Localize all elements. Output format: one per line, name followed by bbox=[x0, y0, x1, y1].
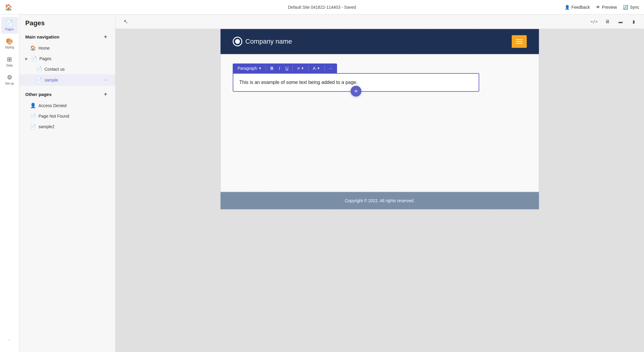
sample-nav-label: sample bbox=[44, 78, 58, 82]
home-icon[interactable]: 🏠 bbox=[5, 4, 12, 11]
feedback-icon: 👤 bbox=[565, 5, 570, 10]
canvas-toolbar: ↖ </> 🖥 ▬ ▮ bbox=[115, 14, 644, 29]
preview-icon: 👁 bbox=[596, 5, 600, 10]
feedback-button[interactable]: 👤 Feedback bbox=[565, 5, 590, 10]
contact-nav-icon: 📄 bbox=[36, 66, 42, 72]
sample2-icon: 📄 bbox=[30, 124, 36, 129]
access-denied-label: Access Denied bbox=[38, 103, 66, 108]
desktop-view-icon: 🖥 bbox=[605, 19, 610, 24]
more-icon: ··· bbox=[8, 338, 11, 342]
paragraph-selector[interactable]: Paragraph ▼ bbox=[235, 65, 264, 72]
pages-label: Pages bbox=[5, 28, 14, 31]
contact-nav-label: Contact us bbox=[44, 67, 65, 72]
nav-item-sample2[interactable]: 📄 sample2 bbox=[19, 121, 115, 132]
pages-nav-icon: 📄 bbox=[31, 56, 37, 61]
site-footer: Copyright © 2022. All rights reserved. bbox=[220, 192, 539, 209]
sample-more-button[interactable]: ··· bbox=[103, 77, 109, 83]
logo-circle-inner bbox=[235, 39, 240, 44]
other-pages-header: Other pages + bbox=[19, 88, 115, 100]
arrow-tool-button[interactable]: ↖ bbox=[120, 16, 131, 27]
sync-button[interactable]: 🔄 Sync bbox=[623, 5, 639, 10]
hamburger-line-2 bbox=[516, 41, 523, 42]
add-block-button[interactable]: + bbox=[351, 86, 361, 97]
desktop-view-button[interactable]: 🖥 bbox=[602, 16, 613, 27]
editor-toolbar: Paragraph ▼ B I U bbox=[233, 63, 337, 73]
canvas-scroll: Company name Paragraph ▼ bbox=[115, 29, 644, 352]
more-options-icon: ··· bbox=[329, 66, 333, 71]
sidebar-item-data[interactable]: ⊞ Data bbox=[1, 53, 18, 70]
toolbar-sep-2 bbox=[293, 65, 293, 71]
font-dropdown-icon: ▼ bbox=[317, 66, 320, 70]
text-block-content[interactable]: This is an example of some text being ad… bbox=[239, 80, 473, 85]
sample2-label: sample2 bbox=[38, 124, 54, 129]
canvas-toolbar-right: </> 🖥 ▬ ▮ bbox=[589, 16, 639, 27]
paragraph-label: Paragraph bbox=[238, 66, 257, 71]
bold-icon: B bbox=[270, 66, 273, 71]
tablet-view-icon: ▬ bbox=[618, 19, 623, 24]
canvas-toolbar-left: ↖ bbox=[120, 16, 131, 27]
sidebar-item-setup[interactable]: ⚙ Set up bbox=[1, 71, 18, 88]
mobile-view-button[interactable]: ▮ bbox=[628, 16, 639, 27]
paragraph-dropdown-icon: ▼ bbox=[258, 66, 262, 70]
align-button[interactable]: ≡ ▼ bbox=[295, 65, 306, 72]
preview-button[interactable]: 👁 Preview bbox=[596, 5, 617, 10]
toolbar-sep-4 bbox=[324, 65, 325, 71]
hamburger-line-1 bbox=[516, 39, 523, 40]
toolbar-sep-3 bbox=[308, 65, 308, 71]
other-pages-label: Other pages bbox=[25, 92, 52, 97]
code-view-button[interactable]: </> bbox=[589, 16, 600, 27]
sync-icon: 🔄 bbox=[623, 5, 628, 10]
home-nav-label: Home bbox=[38, 46, 50, 51]
canvas-page: Company name Paragraph ▼ bbox=[220, 29, 539, 209]
styling-label: Styling bbox=[5, 46, 14, 49]
align-icon: ≡ bbox=[297, 66, 299, 71]
sidebar-item-pages[interactable]: 📄 Pages bbox=[1, 17, 18, 34]
other-pages-section: Other pages + 👤 Access Denied 📄 Page Not… bbox=[19, 88, 115, 132]
sync-label: Sync bbox=[630, 5, 639, 10]
other-pages-add-button[interactable]: + bbox=[102, 91, 109, 98]
access-denied-icon: 👤 bbox=[30, 103, 36, 108]
topbar-right: 👤 Feedback 👁 Preview 🔄 Sync bbox=[565, 5, 639, 10]
hamburger-line-3 bbox=[516, 43, 523, 44]
data-icon: ⊞ bbox=[7, 56, 12, 63]
topbar: 🏠 Default Site 041822-114403 - Saved 👤 F… bbox=[0, 0, 644, 14]
nav-item-pages[interactable]: ▶ 📄 Pages bbox=[19, 53, 115, 64]
bold-button[interactable]: B bbox=[268, 65, 276, 72]
data-label: Data bbox=[6, 64, 13, 67]
icon-sidebar: 📄 Pages 🎨 Styling ⊞ Data ⚙ Set up ··· bbox=[0, 14, 19, 352]
tablet-view-button[interactable]: ▬ bbox=[615, 16, 626, 27]
main-nav-header: Main navigation + bbox=[19, 31, 115, 43]
nav-item-contact-us[interactable]: 📄 Contact us bbox=[19, 64, 115, 74]
preview-label: Preview bbox=[602, 5, 617, 10]
page-not-found-icon: 📄 bbox=[30, 113, 36, 119]
main-nav-section: Main navigation + 🏠 Home ▶ 📄 Pages 📄 Con… bbox=[19, 31, 115, 86]
content-area: ↖ </> 🖥 ▬ ▮ bbox=[115, 14, 644, 352]
nav-item-home[interactable]: 🏠 Home bbox=[19, 43, 115, 53]
font-button[interactable]: A ▼ bbox=[310, 65, 322, 72]
setup-label: Set up bbox=[5, 82, 14, 85]
page-not-found-label: Page Not Found bbox=[38, 114, 69, 119]
site-logo-text: Company name bbox=[245, 38, 292, 45]
logo-circle bbox=[233, 37, 242, 46]
sidebar-item-more[interactable]: ··· bbox=[1, 332, 18, 348]
text-block-wrapper: This is an example of some text being ad… bbox=[233, 73, 479, 92]
arrow-tool-icon: ↖ bbox=[124, 18, 128, 25]
italic-button[interactable]: I bbox=[276, 65, 282, 72]
main-nav-add-button[interactable]: + bbox=[102, 33, 109, 40]
underline-icon: U bbox=[285, 66, 288, 71]
more-options-button[interactable]: ··· bbox=[327, 65, 335, 72]
nav-item-sample[interactable]: 📄 sample ··· bbox=[19, 74, 115, 86]
setup-icon: ⚙ bbox=[7, 74, 12, 81]
underline-button[interactable]: U bbox=[283, 65, 291, 72]
align-dropdown-icon: ▼ bbox=[301, 66, 304, 70]
nav-item-page-not-found[interactable]: 📄 Page Not Found bbox=[19, 111, 115, 121]
home-nav-icon: 🏠 bbox=[30, 45, 36, 51]
sidebar-item-styling[interactable]: 🎨 Styling bbox=[1, 35, 18, 52]
site-header: Company name bbox=[220, 29, 539, 54]
sample-nav-icon: 📄 bbox=[36, 77, 42, 83]
pages-chevron-icon: ▶ bbox=[25, 57, 28, 61]
nav-item-access-denied[interactable]: 👤 Access Denied bbox=[19, 100, 115, 111]
feedback-label: Feedback bbox=[572, 5, 590, 10]
hamburger-button[interactable] bbox=[512, 35, 527, 48]
mobile-view-icon: ▮ bbox=[633, 19, 635, 24]
